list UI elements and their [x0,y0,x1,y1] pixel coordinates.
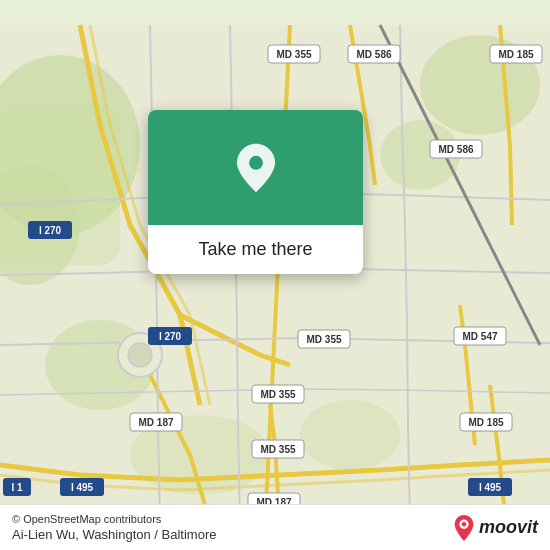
moovit-pin-icon [453,514,475,542]
svg-point-8 [300,400,400,470]
map-background: MD 355 MD 586 MD 185 MD 586 I 270 I 270 … [0,0,550,550]
svg-text:MD 586: MD 586 [356,49,391,60]
svg-text:I 270: I 270 [159,331,182,342]
svg-text:MD 185: MD 185 [498,49,533,60]
location-pin-icon [230,142,282,194]
svg-text:MD 547: MD 547 [462,331,497,342]
svg-text:MD 586: MD 586 [438,144,473,155]
svg-text:I 1: I 1 [11,482,23,493]
svg-point-43 [249,155,263,169]
osm-credit: © OpenStreetMap contributors [12,513,216,525]
popup-green-header [148,110,363,225]
svg-text:I 495: I 495 [71,482,94,493]
map-container: MD 355 MD 586 MD 185 MD 586 I 270 I 270 … [0,0,550,550]
svg-text:MD 355: MD 355 [306,334,341,345]
svg-text:I 495: I 495 [479,482,502,493]
svg-text:MD 355: MD 355 [260,444,295,455]
svg-point-45 [462,521,467,526]
location-popup: Take me there [148,110,363,274]
moovit-brand-text: moovit [479,517,538,538]
svg-text:MD 187: MD 187 [138,417,173,428]
svg-text:MD 355: MD 355 [276,49,311,60]
bottom-bar: © OpenStreetMap contributors Ai-Lien Wu,… [0,504,550,550]
svg-text:MD 185: MD 185 [468,417,503,428]
svg-point-10 [128,343,152,367]
moovit-logo: moovit [453,514,538,542]
location-name: Ai-Lien Wu, Washington / Baltimore [12,527,216,542]
svg-text:I 270: I 270 [39,225,62,236]
take-me-there-button[interactable]: Take me there [148,225,363,274]
svg-text:MD 355: MD 355 [260,389,295,400]
